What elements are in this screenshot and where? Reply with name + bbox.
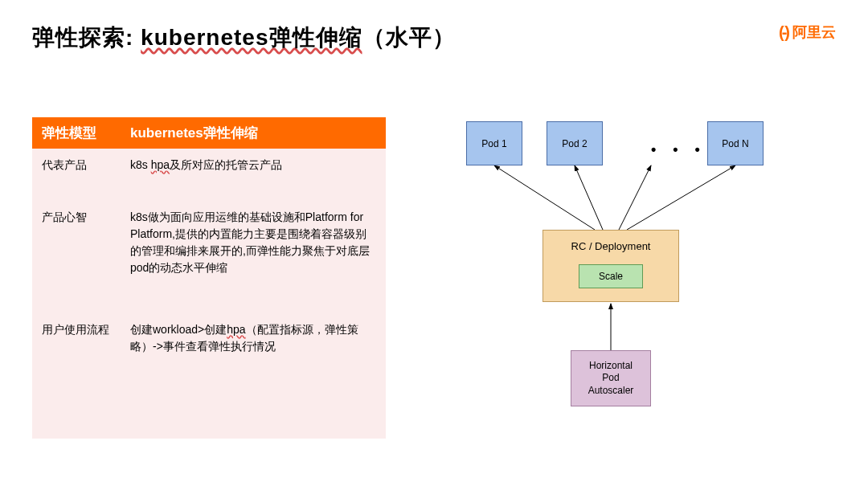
row-value: k8s hpa及所对应的托管云产品 (121, 149, 386, 201)
rc-label: RC / Deployment (543, 240, 678, 252)
title-suffix: （水平） (362, 25, 456, 50)
logo-text: 阿里云 (792, 22, 836, 42)
svg-line-4 (627, 165, 735, 230)
pod-n-box: Pod N (707, 121, 764, 165)
table-row: 代表产品 k8s hpa及所对应的托管云产品 (32, 149, 386, 201)
content-area: 弹性模型 kubernetes弹性伸缩 代表产品 k8s hpa及所对应的托管云… (32, 117, 836, 439)
logo-icon: (-) (779, 23, 788, 42)
dots-icon: • • • (651, 141, 706, 158)
slide-title: 弹性探索: kubernetes弹性伸缩（水平） (32, 22, 836, 53)
pod-2-box: Pod 2 (547, 121, 603, 165)
brand-logo: (-) 阿里云 (779, 22, 836, 42)
table-row: 用户使用流程 创建workload>创建hpa（配置指标源，弹性策略）->事件查… (32, 313, 386, 439)
row-label: 用户使用流程 (32, 313, 121, 439)
elasticity-table: 弹性模型 kubernetes弹性伸缩 代表产品 k8s hpa及所对应的托管云… (32, 117, 386, 439)
row-label: 产品心智 (32, 201, 121, 313)
title-prefix: 弹性探索: (32, 25, 141, 50)
title-underlined: kubernetes弹性伸缩 (141, 25, 362, 50)
k8s-diagram: Pod 1 Pod 2 • • • Pod N RC / Deployment … (418, 117, 836, 439)
table-row: 产品心智 k8s做为面向应用运维的基础设施和Platform for Platf… (32, 201, 386, 313)
row-label: 代表产品 (32, 149, 121, 201)
scale-box: Scale (579, 264, 643, 288)
header-col2: kubernetes弹性伸缩 (121, 117, 386, 149)
hpa-label: Horizontal Pod Autoscaler (588, 360, 634, 398)
svg-line-3 (619, 165, 651, 230)
row-value: k8s做为面向应用运维的基础设施和Platform for Platform,提… (121, 201, 386, 313)
header-col1: 弹性模型 (32, 117, 121, 149)
hpa-box: Horizontal Pod Autoscaler (571, 350, 651, 406)
pod-1-box: Pod 1 (466, 121, 522, 165)
svg-line-1 (494, 165, 595, 230)
svg-line-2 (575, 165, 603, 230)
row-value: 创建workload>创建hpa（配置指标源，弹性策略）->事件查看弹性执行情况 (121, 313, 386, 439)
rc-deployment-box: RC / Deployment Scale (542, 230, 679, 302)
table-header-row: 弹性模型 kubernetes弹性伸缩 (32, 117, 386, 149)
